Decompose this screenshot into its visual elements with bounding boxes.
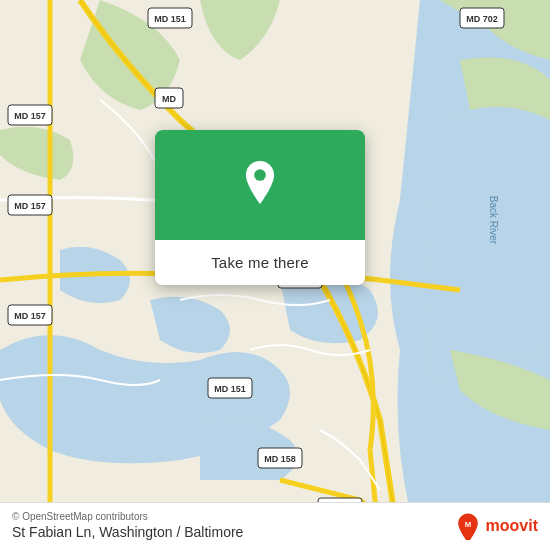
moovit-text: moovit [486, 517, 538, 535]
svg-text:MD 157: MD 157 [14, 201, 46, 211]
svg-text:MD: MD [162, 94, 176, 104]
svg-point-22 [254, 169, 266, 181]
map-container: MD 702 MD 157 MD 157 MD 157 MD MD 151 MD… [0, 0, 550, 550]
svg-text:MD 702: MD 702 [466, 14, 498, 24]
svg-text:MD 157: MD 157 [14, 311, 46, 321]
info-bar: © OpenStreetMap contributors St Fabian L… [0, 502, 550, 550]
popup-card: Take me there [155, 130, 365, 285]
location-name: St Fabian Ln, Washington / Baltimore [12, 524, 243, 540]
osm-credit: © OpenStreetMap contributors [12, 511, 243, 522]
svg-text:MD 151: MD 151 [154, 14, 186, 24]
info-left: © OpenStreetMap contributors St Fabian L… [12, 511, 243, 540]
svg-text:Back River: Back River [488, 196, 499, 245]
svg-text:MD 158: MD 158 [264, 454, 296, 464]
svg-text:M: M [464, 519, 470, 528]
moovit-brand-icon: M [454, 512, 482, 540]
location-pin-icon [236, 161, 284, 209]
svg-text:MD 151: MD 151 [214, 384, 246, 394]
moovit-logo: M moovit [454, 512, 538, 540]
popup-green-area [155, 130, 365, 240]
svg-text:MD 157: MD 157 [14, 111, 46, 121]
take-me-there-button[interactable]: Take me there [155, 240, 365, 285]
